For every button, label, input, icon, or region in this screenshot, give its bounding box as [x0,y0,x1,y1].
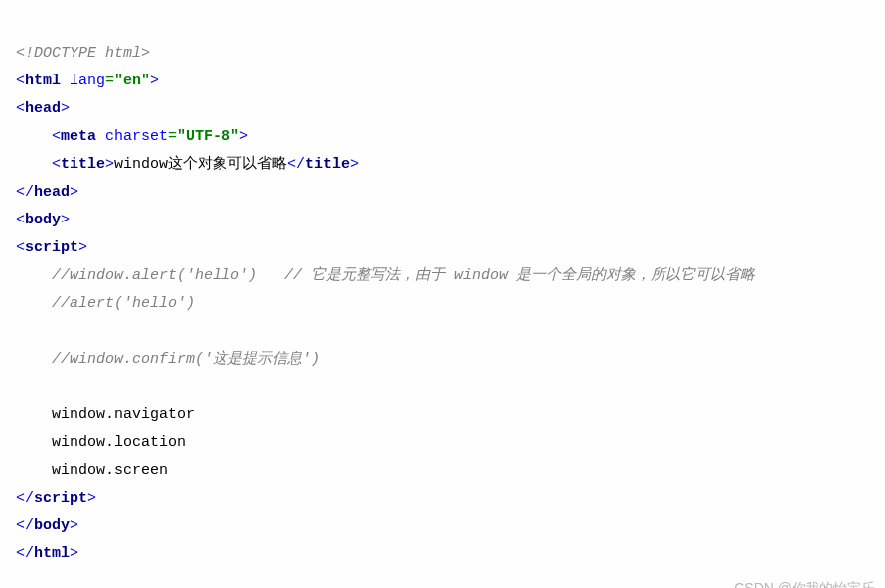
line4-code: window.navigator [52,406,195,423]
line4-indent [16,406,52,423]
meta-indent [16,128,52,145]
meta-open: < [52,128,61,145]
html-close-bracket: </ [16,545,34,562]
script-open-end: > [78,239,87,256]
line5-code: window.location [52,434,186,451]
meta-eq: = [168,128,177,145]
html-lang-val: "en" [114,73,150,89]
html-open-bracket: < [16,73,25,89]
html-open-close: > [150,73,159,89]
head-open-close: > [61,100,70,117]
title-open-close: > [105,156,114,173]
script-tag-close: script [34,490,87,507]
script-close-bracket: </ [16,490,34,507]
line1-spacer [257,267,284,284]
meta-close: > [239,128,248,145]
html-close-tag: html [34,545,70,562]
meta-val: "UTF-8" [177,128,239,145]
line3-comment: //window.confirm('这是提示信息') [52,351,320,368]
body-close-end: > [70,517,78,534]
meta-tag: meta [61,128,96,145]
html-lang-eq: = [105,73,114,89]
body-open-bracket: < [16,212,25,228]
title-close-bracket: </ [287,156,305,173]
head-open-bracket: < [16,100,25,117]
line5-indent [16,434,52,451]
script-tag-open: script [25,239,78,256]
line2-indent [16,295,52,312]
title-text: window这个对象可以省略 [114,156,287,173]
title-tag-open: title [61,156,105,173]
title-close-end: > [350,156,359,173]
html-close-end: > [70,545,78,562]
script-close-end: > [87,490,96,507]
body-open-end: > [61,212,70,228]
html-tag: html [25,73,61,89]
line2-comment: //alert('hello') [52,295,195,312]
doctype-line: <!DOCTYPE html> [16,45,150,62]
meta-attr: charset [96,128,168,145]
line6-indent [16,462,52,479]
head-tag: head [25,100,61,117]
body-close-bracket: </ [16,517,34,534]
head-close-bracket: </ [16,184,34,201]
title-tag-close: title [305,156,350,173]
line1-indent [16,267,52,284]
html-lang-attr: lang [61,73,105,89]
body-open-tag: body [25,212,61,228]
line3-indent [16,351,52,368]
body-close-tag: body [34,517,70,534]
line1-comment2: // 它是元整写法，由于 window 是一个全局的对象，所以它可以省略 [284,267,755,284]
head-close-tag: head [34,184,70,201]
title-open-bracket: < [52,156,61,173]
head-close-end: > [70,184,78,201]
code-block: <!DOCTYPE html> <html lang="en"> <head> … [0,0,885,588]
title-indent [16,156,52,173]
script-open-bracket: < [16,239,25,256]
line6-code: window.screen [52,462,168,479]
line1-comment1: //window.alert('hello') [52,267,257,284]
watermark: CSDN @你我的怡宝乐 [734,574,875,588]
